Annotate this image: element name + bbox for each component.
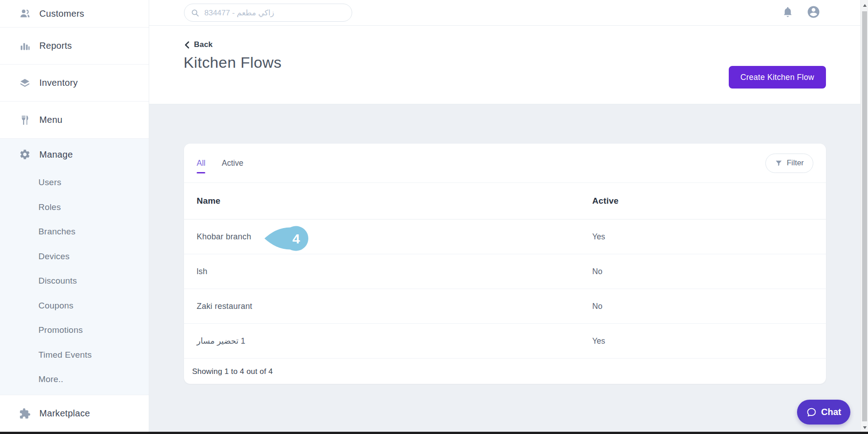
sidebar-item-devices[interactable]: Devices — [0, 244, 149, 269]
sidebar: Customers Reports Inventory Menu — [0, 0, 149, 432]
sidebar-item-inventory[interactable]: Inventory — [0, 65, 149, 102]
row-active-value: Yes — [592, 232, 826, 242]
app-window: Customers Reports Inventory Menu — [0, 0, 868, 434]
table-row[interactable]: Khobar branch Yes — [184, 219, 826, 254]
page-header: Back Kitchen Flows Create Kitchen Flow — [149, 26, 860, 104]
scrollbar[interactable] — [860, 0, 868, 434]
card-toolbar: All Active Filter — [184, 144, 826, 183]
chat-bubble-icon — [806, 407, 817, 418]
search-box — [184, 4, 352, 22]
sidebar-item-label: Menu — [39, 115, 62, 125]
row-active-value: Yes — [592, 336, 826, 346]
user-avatar-icon[interactable] — [807, 5, 821, 21]
table-header-row: Name Active — [184, 183, 826, 219]
create-kitchen-flow-button[interactable]: Create Kitchen Flow — [729, 66, 826, 89]
sidebar-item-reports[interactable]: Reports — [0, 28, 149, 65]
search-icon — [191, 9, 199, 17]
reports-bar-chart-icon — [19, 40, 31, 52]
chat-label: Chat — [821, 407, 841, 417]
back-link[interactable]: Back — [184, 40, 212, 49]
topbar-icons — [782, 0, 821, 26]
column-header-name: Name — [197, 196, 592, 206]
chevron-left-icon — [184, 41, 189, 49]
marketplace-puzzle-icon — [19, 408, 31, 420]
tab-all[interactable]: All — [197, 154, 205, 173]
topbar — [149, 0, 860, 26]
window-bottom-edge — [0, 432, 868, 434]
page-title: Kitchen Flows — [184, 54, 282, 71]
inventory-layers-icon — [19, 77, 31, 89]
sidebar-item-coupons[interactable]: Coupons — [0, 294, 149, 318]
sidebar-item-promotions[interactable]: Promotions — [0, 318, 149, 343]
sidebar-manage-section: Manage Users Roles Branches Devices Disc… — [0, 139, 149, 395]
gear-icon — [19, 149, 31, 160]
sidebar-item-users[interactable]: Users — [0, 170, 149, 195]
scrollbar-thumb[interactable] — [862, 11, 867, 421]
sidebar-item-roles[interactable]: Roles — [0, 195, 149, 220]
back-label: Back — [194, 40, 212, 49]
bell-icon[interactable] — [782, 6, 794, 20]
sidebar-item-manage[interactable]: Manage — [0, 139, 149, 170]
sidebar-item-menu[interactable]: Menu — [0, 102, 149, 139]
sidebar-item-label: Marketplace — [39, 408, 90, 419]
filter-label: Filter — [787, 159, 804, 168]
sidebar-item-label: Customers — [39, 9, 84, 19]
table-row[interactable]: مسار‎ تحضير‎ 1 Yes — [184, 324, 826, 359]
scroll-up-arrow-icon[interactable] — [861, 1, 868, 9]
row-active-value: No — [592, 302, 826, 311]
menu-cutlery-icon — [19, 114, 31, 126]
sidebar-item-branches[interactable]: Branches — [0, 219, 149, 244]
row-name: Khobar branch — [197, 232, 592, 242]
kitchen-flows-card: All Active Filter Name Active Khobar bra… — [184, 144, 826, 384]
sidebar-item-customers[interactable]: Customers — [0, 0, 149, 28]
sidebar-item-label: Manage — [39, 149, 73, 160]
filter-button[interactable]: Filter — [765, 154, 813, 173]
sidebar-item-timed-events[interactable]: Timed Events — [0, 343, 149, 368]
tab-active[interactable]: Active — [222, 154, 243, 173]
funnel-icon — [775, 159, 783, 167]
tabs: All Active — [197, 154, 243, 173]
column-header-active: Active — [592, 196, 826, 206]
row-active-value: No — [592, 267, 826, 276]
table-row[interactable]: lsh No — [184, 254, 826, 289]
showing-count-text: Showing 1 to 4 out of 4 — [192, 367, 273, 376]
sidebar-item-marketplace[interactable]: Marketplace — [0, 395, 149, 432]
scroll-down-arrow-icon[interactable] — [861, 424, 868, 431]
sidebar-item-label: Inventory — [39, 78, 78, 88]
row-name: Zaki restaurant — [197, 302, 592, 311]
sidebar-item-discounts[interactable]: Discounts — [0, 269, 149, 294]
sidebar-item-label: Reports — [39, 41, 72, 51]
table-row[interactable]: Zaki restaurant No — [184, 289, 826, 324]
row-name: مسار‎ تحضير‎ 1 — [197, 336, 592, 346]
customers-people-icon — [19, 8, 31, 19]
search-input[interactable] — [204, 8, 340, 17]
row-name: lsh — [197, 267, 592, 276]
sidebar-item-more[interactable]: More.. — [0, 367, 149, 392]
table-footer: Showing 1 to 4 out of 4 — [184, 359, 826, 384]
chat-button[interactable]: Chat — [797, 400, 850, 425]
